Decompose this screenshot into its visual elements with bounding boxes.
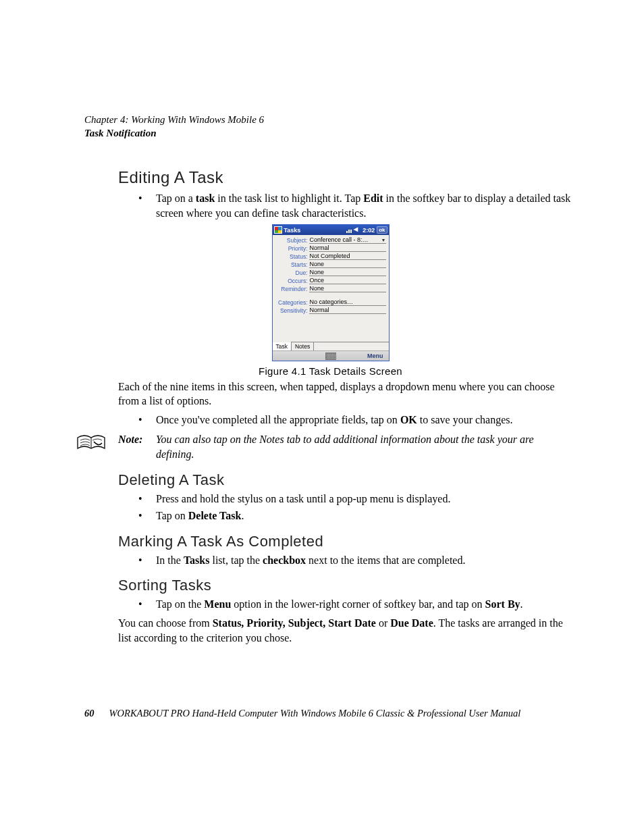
occurs-field[interactable]: Once (309, 277, 386, 284)
keyboard-icon[interactable] (325, 353, 336, 360)
reminder-field[interactable]: None (309, 285, 386, 292)
list-item: Press and hold the stylus on a task unti… (138, 492, 576, 506)
field-label: Reminder: (275, 286, 309, 292)
body-paragraph: Each of the nine items in this screen, w… (118, 380, 576, 409)
heading-deleting-a-task: Deleting A Task (118, 471, 576, 489)
titlebar: Tasks 2:02 ok (273, 225, 389, 235)
sensitivity-field[interactable]: Normal (309, 307, 386, 314)
note-label: Note: (118, 432, 156, 447)
chapter-line: Chapter 4: Working With Windows Mobile 6 (84, 113, 576, 127)
body-paragraph: You can choose from Status, Priority, Su… (118, 616, 576, 645)
subject-field[interactable]: Conference call - 8:…▼ (309, 236, 386, 244)
categories-field[interactable]: No categories… (309, 298, 386, 306)
section-line: Task Notification (84, 127, 576, 140)
field-label: Starts: (275, 261, 309, 268)
list-item: Once you've completed all the appropriat… (138, 413, 576, 427)
list-item: Tap on Delete Task. (138, 509, 576, 523)
list-item: Tap on the Menu option in the lower-righ… (138, 597, 576, 612)
heading-sorting-tasks: Sorting Tasks (118, 577, 576, 594)
task-form: Subject:Conference call - 8:…▼ Priority:… (273, 235, 389, 342)
tab-notes[interactable]: Notes (292, 342, 314, 350)
page-number: 60 (84, 708, 95, 719)
softkey-bar: Menu (273, 350, 389, 361)
field-label: Subject: (275, 237, 309, 244)
figure-caption: Figure 4.1 Task Details Screen (84, 365, 576, 377)
start-icon (274, 226, 282, 234)
figure-task-details: Tasks 2:02 ok Subject:Conference call - … (84, 224, 576, 377)
note-text: Note:You can also tap on the Notes tab t… (118, 432, 547, 461)
field-label: Due: (275, 269, 309, 276)
priority-field[interactable]: Normal (309, 244, 386, 252)
page-footer: 60 WORKABOUT PRO Hand-Held Computer With… (84, 708, 576, 719)
field-label: Priority: (275, 245, 309, 252)
note-block: Note:You can also tap on the Notes tab t… (75, 432, 576, 461)
signal-icon (346, 227, 352, 233)
tab-task[interactable]: Task (273, 341, 292, 350)
list-item: In the Tasks list, tap the checkbox next… (138, 553, 576, 568)
field-label: Status: (275, 253, 309, 260)
due-field[interactable]: None (309, 269, 386, 276)
status-field[interactable]: Not Completed (309, 253, 386, 260)
screenshot-tasks-window: Tasks 2:02 ok Subject:Conference call - … (272, 224, 390, 361)
field-label: Sensitivity: (275, 307, 309, 314)
field-label: Occurs: (275, 278, 309, 284)
field-label: Categories: (275, 299, 309, 306)
speaker-icon (354, 227, 360, 233)
heading-marking-completed: Marking A Task As Completed (118, 533, 576, 550)
clock-text: 2:02 (363, 227, 375, 234)
heading-editing-a-task: Editing A Task (118, 168, 576, 187)
running-header: Chapter 4: Working With Windows Mobile 6… (84, 113, 576, 140)
window-title: Tasks (284, 227, 346, 234)
footer-text: WORKABOUT PRO Hand-Held Computer With Wi… (109, 708, 521, 719)
ok-button[interactable]: ok (377, 226, 387, 234)
chevron-down-icon: ▼ (381, 238, 386, 242)
book-icon (75, 434, 107, 457)
note-body: You can also tap on the Notes tab to add… (156, 432, 547, 461)
tab-bar: Task Notes (273, 342, 389, 350)
menu-softkey[interactable]: Menu (367, 353, 383, 359)
starts-field[interactable]: None (309, 261, 386, 268)
list-item: Tap on a task in the task list to highli… (138, 191, 576, 220)
